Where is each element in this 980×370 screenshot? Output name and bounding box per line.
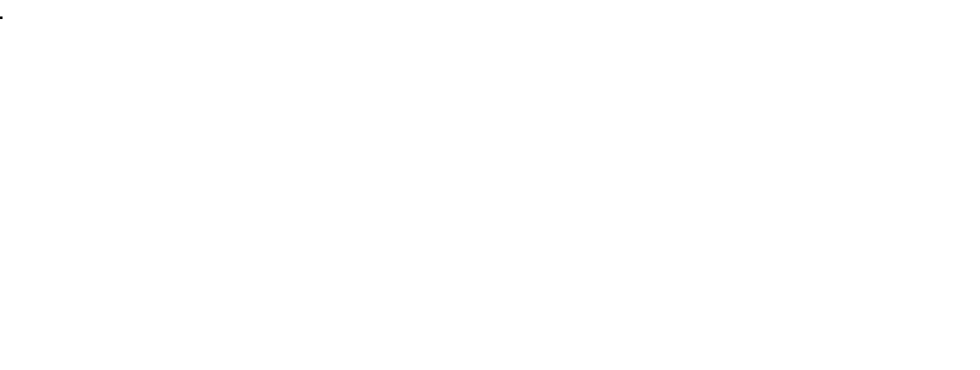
spreadsheet: [0, 0, 980, 370]
active-cell-outline: [0, 16, 3, 19]
column-header-row: [0, 0, 980, 16]
